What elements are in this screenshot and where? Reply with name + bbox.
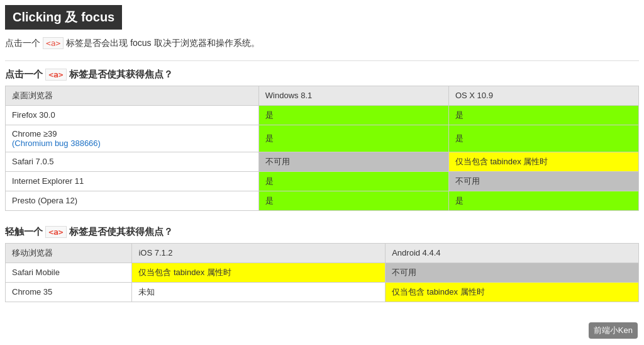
intro-tag: <a> <box>43 37 64 49</box>
desktop-browser-cell: Chrome ≥39(Chromium bug 388666) <box>6 125 259 152</box>
desktop-table-row: Safari 7.0.5不可用仅当包含 tabindex 属性时 <box>6 152 639 171</box>
desktop-osx-cell: 不可用 <box>448 171 638 191</box>
desktop-table-row: Presto (Opera 12)是是 <box>6 191 639 210</box>
page-title: Clicking 及 focus <box>0 0 644 36</box>
desktop-table-row: Chrome ≥39(Chromium bug 388666)是是 <box>6 125 639 152</box>
mobile-col-browser: 移动浏览器 <box>6 243 132 263</box>
divider <box>5 60 639 61</box>
desktop-table: 桌面浏览器 Windows 8.1 OS X 10.9 Firefox 30.0… <box>5 86 639 211</box>
desktop-col-osx: OS X 10.9 <box>448 86 638 105</box>
desktop-osx-cell: 仅当包含 tabindex 属性时 <box>448 152 638 171</box>
mobile-ios-cell: 仅当包含 tabindex 属性时 <box>132 263 386 282</box>
mobile-android-cell: 仅当包含 tabindex 属性时 <box>386 282 639 302</box>
desktop-win-cell: 是 <box>258 105 448 125</box>
desktop-col-win: Windows 8.1 <box>258 86 448 105</box>
desktop-osx-cell: 是 <box>448 105 638 125</box>
mobile-ios-cell: 未知 <box>132 282 386 302</box>
mobile-table-row: Safari Mobile仅当包含 tabindex 属性时不可用 <box>6 263 639 282</box>
mobile-section-title: 轻触一个 <a> 标签是否使其获得焦点？ <box>0 221 644 243</box>
desktop-win-cell: 是 <box>258 171 448 191</box>
intro-paragraph: 点击一个 <a> 标签是否会出现 focus 取决于浏览器和操作系统。 <box>0 36 644 58</box>
mobile-android-cell: 不可用 <box>386 263 639 282</box>
mobile-table: 移动浏览器 iOS 7.1.2 Android 4.4.4 Safari Mob… <box>5 243 639 302</box>
mobile-col-ios: iOS 7.1.2 <box>132 243 386 263</box>
desktop-col-browser: 桌面浏览器 <box>6 86 259 105</box>
desktop-browser-cell: Firefox 30.0 <box>6 105 259 125</box>
mobile-browser-cell: Safari Mobile <box>6 263 132 282</box>
desktop-section-title: 点击一个 <a> 标签是否使其获得焦点？ <box>0 64 644 86</box>
desktop-table-row: Internet Explorer 11是不可用 <box>6 171 639 191</box>
mobile-browser-cell: Chrome 35 <box>6 282 132 302</box>
desktop-osx-cell: 是 <box>448 191 638 210</box>
desktop-browser-cell: Internet Explorer 11 <box>6 171 259 191</box>
mobile-col-android: Android 4.4.4 <box>386 243 639 263</box>
desktop-osx-cell: 是 <box>448 125 638 152</box>
desktop-browser-cell: Safari 7.0.5 <box>6 152 259 171</box>
desktop-table-row: Firefox 30.0是是 <box>6 105 639 125</box>
desktop-win-cell: 是 <box>258 125 448 152</box>
mobile-table-row: Chrome 35未知仅当包含 tabindex 属性时 <box>6 282 639 302</box>
desktop-browser-cell: Presto (Opera 12) <box>6 191 259 210</box>
desktop-win-cell: 是 <box>258 191 448 210</box>
desktop-win-cell: 不可用 <box>258 152 448 171</box>
